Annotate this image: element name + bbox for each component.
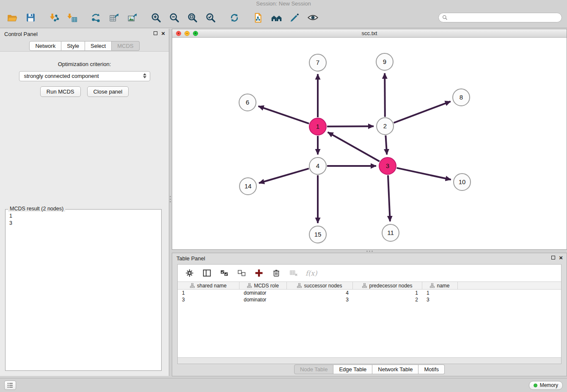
zoom-in-button[interactable] — [149, 10, 163, 25]
table-cell[interactable]: 1 — [422, 290, 458, 296]
export-network-button[interactable] — [89, 10, 103, 25]
delete-column-button[interactable] — [271, 268, 282, 279]
table-cell[interactable]: 2 — [353, 297, 422, 303]
add-column-button[interactable] — [253, 268, 264, 279]
zoom-fit-icon — [187, 12, 198, 23]
plus-icon — [254, 268, 264, 278]
column-header-successor-nodes[interactable]: successor nodes — [287, 282, 353, 289]
main-toolbar — [0, 8, 567, 28]
tab-motifs[interactable]: Motifs — [418, 364, 445, 374]
table-cell[interactable]: 3 — [422, 297, 458, 303]
memory-button[interactable]: Memory — [529, 381, 563, 390]
refresh-button[interactable] — [227, 10, 242, 25]
graph-edge-4-14[interactable] — [259, 168, 309, 183]
table-settings-button[interactable] — [184, 268, 195, 279]
minimize-window-icon[interactable]: − — [184, 31, 190, 36]
column-header-name[interactable]: name — [422, 282, 458, 289]
horizontal-splitter-handle[interactable] — [364, 250, 375, 253]
zoom-in-icon — [151, 12, 162, 23]
float-table-panel-icon[interactable] — [551, 256, 555, 259]
graph-node-2[interactable]: 2 — [377, 118, 394, 135]
home-button[interactable] — [269, 10, 284, 25]
column-header-MCDS-role[interactable]: MCDS role — [239, 282, 287, 289]
network-window-titlebar[interactable]: × − + scc.txt — [172, 29, 567, 38]
close-panel-button[interactable]: Close panel — [87, 86, 129, 97]
tab-edge-table[interactable]: Edge Table — [333, 364, 372, 374]
table-row[interactable]: 1dominator411 — [178, 290, 561, 296]
graph-edge-3-10[interactable] — [397, 168, 451, 180]
search-icon — [442, 15, 448, 20]
graph-node-10[interactable]: 10 — [454, 174, 471, 190]
new-network-from-selection-button[interactable] — [251, 10, 265, 25]
network-canvas[interactable]: 7968124314101511 — [172, 38, 567, 249]
run-mcds-button[interactable]: Run MCDS — [40, 86, 81, 97]
select-all-button[interactable] — [219, 268, 230, 279]
maximize-window-icon[interactable]: + — [193, 31, 198, 36]
close-window-icon[interactable]: × — [176, 31, 181, 36]
graph-node-15[interactable]: 15 — [309, 226, 326, 243]
table-cell[interactable]: dominator — [239, 297, 287, 303]
table-cell[interactable]: 3 — [178, 297, 239, 303]
zoom-fit-button[interactable] — [185, 10, 200, 25]
table-horizontal-scrollbar[interactable] — [178, 357, 561, 364]
search-field[interactable] — [438, 13, 562, 22]
graph-node-14[interactable]: 14 — [239, 178, 256, 195]
table-body: 1dominator4113dominator323 — [178, 290, 561, 303]
column-header-label: successor nodes — [304, 283, 342, 289]
graph-node-1[interactable]: 1 — [309, 118, 326, 135]
export-table-button[interactable] — [107, 10, 121, 25]
column-header-shared-name[interactable]: shared name — [178, 282, 239, 289]
import-table-button[interactable] — [65, 10, 80, 25]
search-input[interactable] — [450, 14, 558, 22]
export-image-button[interactable] — [125, 10, 140, 25]
svg-text:7: 7 — [316, 59, 319, 66]
tab-select[interactable]: Select — [85, 41, 112, 51]
task-history-button[interactable] — [4, 381, 16, 390]
graph-node-9[interactable]: 9 — [376, 53, 393, 70]
tab-node-table[interactable]: Node Table — [294, 364, 334, 374]
apply-style-button[interactable] — [287, 10, 302, 25]
close-panel-icon[interactable]: × — [161, 31, 165, 36]
graph-node-4[interactable]: 4 — [309, 157, 326, 174]
tab-network-table[interactable]: Network Table — [372, 364, 418, 374]
save-session-button[interactable] — [23, 10, 38, 25]
table-cell[interactable]: 1 — [178, 290, 239, 296]
svg-text:2: 2 — [383, 122, 387, 130]
graph-node-11[interactable]: 11 — [382, 224, 399, 241]
graph-edge-3-1[interactable] — [328, 132, 380, 161]
graph-node-7[interactable]: 7 — [309, 54, 326, 71]
close-table-panel-icon[interactable]: × — [559, 255, 563, 260]
table-cell[interactable]: dominator — [239, 290, 287, 296]
graph-edge-1-2[interactable] — [327, 126, 374, 127]
column-header-predecessor-nodes[interactable]: predecessor nodes — [353, 282, 422, 289]
graph-edge-1-6[interactable] — [259, 106, 309, 124]
function-builder-button[interactable]: f(x) — [306, 269, 317, 277]
tab-style[interactable]: Style — [61, 41, 85, 51]
show-graphics-details-button[interactable] — [306, 10, 320, 25]
vertical-splitter-handle[interactable] — [169, 193, 172, 205]
open-session-button[interactable] — [5, 10, 19, 25]
graph-node-8[interactable]: 8 — [453, 89, 470, 106]
import-network-button[interactable] — [47, 10, 61, 25]
criterion-dropdown[interactable]: strongly connected component — [19, 71, 150, 81]
table-row[interactable]: 3dominator323 — [178, 296, 561, 303]
graph-edge-2-3[interactable] — [385, 135, 387, 155]
graph-edge-2-9[interactable] — [385, 73, 385, 117]
table-cell[interactable]: 1 — [353, 290, 422, 296]
float-panel-icon[interactable] — [154, 31, 157, 35]
tab-network[interactable]: Network — [29, 41, 61, 51]
zoom-out-button[interactable] — [167, 10, 182, 25]
show-column-panel-button[interactable] — [201, 268, 212, 279]
zoom-selected-button[interactable] — [204, 10, 218, 25]
tab-mcds[interactable]: MCDS — [112, 41, 139, 51]
graph-node-3[interactable]: 3 — [379, 157, 396, 174]
save-icon — [25, 12, 36, 23]
graph-node-6[interactable]: 6 — [239, 94, 256, 111]
delete-table-button[interactable] — [288, 268, 299, 279]
graph-edge-3-11[interactable] — [388, 175, 390, 221]
table-cell[interactable]: 3 — [287, 297, 353, 303]
memory-label: Memory — [540, 382, 558, 388]
table-cell[interactable]: 4 — [287, 290, 353, 296]
graph-edge-2-8[interactable] — [394, 102, 451, 123]
deselect-all-button[interactable] — [236, 268, 247, 279]
